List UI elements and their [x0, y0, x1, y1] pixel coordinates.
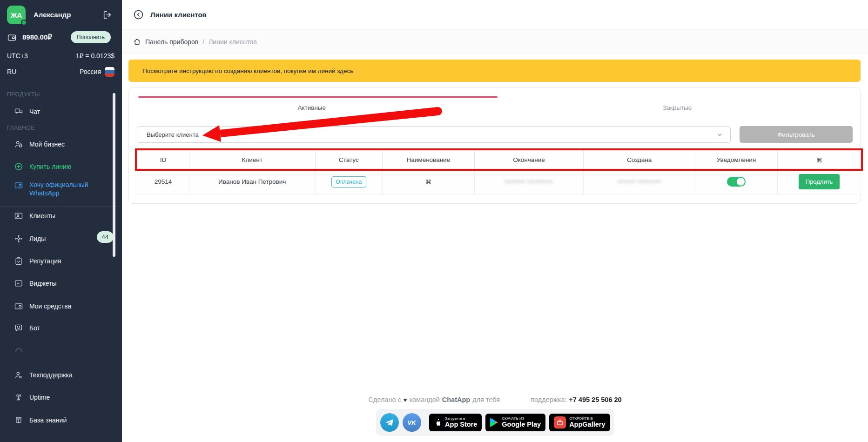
sidebar-item-official-whatsapp[interactable]: Хочу официальный WhatsApp	[14, 181, 114, 197]
telegram-icon[interactable]	[380, 413, 399, 432]
support-phone[interactable]: +7 495 25 506 20	[569, 396, 621, 403]
sidebar-item-reputation[interactable]: Репутация	[14, 255, 114, 267]
breadcrumb: Панель приборов / Линии клиентов	[122, 30, 868, 54]
app-store-badge[interactable]: Загрузите в App Store	[429, 414, 482, 431]
tab-closed-lines[interactable]: Закрытые	[495, 102, 861, 114]
google-play-icon	[490, 418, 498, 427]
app-gallery-name: AppGallery	[569, 421, 605, 429]
logout-button[interactable]	[102, 9, 114, 20]
balance-row: 8980.00₽ Пополнить	[7, 31, 114, 44]
antenna-icon	[14, 393, 23, 402]
book-icon	[14, 415, 23, 425]
google-play-badge[interactable]: СКАЧАТЬ ИЗ Google Play	[485, 414, 545, 431]
col-notifications: Уведомления	[695, 151, 777, 169]
cell-id: 29514	[137, 169, 189, 194]
breadcrumb-dashboard[interactable]: Панель приборов	[145, 38, 198, 46]
sidebar-item-chat[interactable]: Чат	[14, 106, 114, 117]
app-gallery-badge[interactable]: ОТКРОЙТЕ В AppGallery	[549, 414, 610, 431]
filter-row: Выберите клиента Фильтровать	[137, 126, 853, 143]
sidebar-item-clients[interactable]: Клиенты	[14, 210, 114, 221]
footer-made-line: Сделано с ♥ командой ChatApp для тебя по…	[122, 396, 868, 403]
logout-icon	[102, 10, 113, 20]
tab-active-lines[interactable]: Активные	[129, 102, 495, 114]
sidebar-item-label: Мои средства	[29, 302, 71, 310]
cell-notifications	[695, 169, 777, 194]
support-label: поддержка:	[531, 396, 566, 403]
made-with-text: Сделано с	[368, 396, 401, 403]
col-actions-icon: ⌘	[778, 151, 861, 169]
active-tab-indicator	[138, 96, 498, 98]
plus-circle-icon	[14, 162, 23, 171]
cell-name-symbol: ⌘	[383, 169, 474, 194]
vk-icon[interactable]: VK	[403, 413, 421, 432]
sidebar-item-label: Бот	[29, 324, 40, 332]
cell-action: Продлить	[778, 169, 861, 194]
social-bar: VK Загрузите в App Store СКАЧАТЬ ИЗ Goo	[376, 409, 614, 436]
sidebar-item-label: Чат	[29, 108, 40, 115]
brand-name: ChatApp	[442, 396, 470, 403]
sidebar-item-label: Репутация	[29, 257, 61, 265]
home-icon[interactable]	[133, 38, 141, 46]
notifications-toggle[interactable]	[727, 177, 746, 187]
language-row: RU Россия	[7, 67, 114, 76]
col-ending: Окончание	[474, 151, 584, 169]
sidebar-item-uptime[interactable]: Uptime	[14, 392, 114, 403]
toggle-knob	[737, 178, 745, 186]
chat-icon	[14, 107, 23, 116]
topup-button[interactable]: Пополнить	[71, 31, 111, 43]
leads-count-badge: 44	[97, 231, 114, 243]
user-name: Александр	[34, 11, 71, 19]
app-gallery-icon	[554, 416, 566, 429]
support-agent-icon	[14, 370, 23, 380]
client-select-placeholder: Выберите клиента	[147, 131, 199, 138]
sidebar-item-label: Купить линию	[29, 163, 71, 170]
app-gallery-caption: ОТКРОЙТЕ В	[569, 416, 605, 421]
person-lock-icon	[14, 140, 23, 149]
sidebar-item-label: База знаний	[29, 416, 67, 424]
cell-client: Иванов Иван Петрович	[189, 169, 315, 194]
avatar-initials: ЖА	[11, 11, 22, 19]
avatar[interactable]: ЖА	[7, 6, 26, 24]
google-play-name: Google Play	[502, 421, 541, 429]
russia-flag-icon[interactable]	[105, 67, 114, 77]
sidebar-item-buy-line[interactable]: Купить линию	[14, 161, 114, 172]
country-name: Россия	[80, 68, 101, 75]
cell-ending: •••••••• ••••••••••	[474, 169, 584, 194]
main-content: Линии клиентов Панель приборов / Линии к…	[122, 0, 868, 442]
extend-button[interactable]: Продлить	[799, 174, 840, 189]
language-code[interactable]: RU	[7, 68, 16, 75]
instruction-banner[interactable]: Посмотрите инструкцию по созданию клиент…	[128, 60, 861, 82]
team-text: командой	[410, 396, 440, 403]
sidebar-item-label: Клиенты	[29, 212, 55, 220]
sidebar-item-label: Виджеты	[29, 280, 57, 287]
filter-button[interactable]: Фильтровать	[740, 126, 853, 143]
back-arrow-icon	[133, 9, 144, 20]
sidebar-item-support[interactable]: Техподдержка	[14, 369, 114, 381]
sidebar-item-my-funds[interactable]: Мои средства	[14, 301, 114, 312]
table-header-row: ID Клиент Статус Наименование Окончание …	[137, 151, 861, 169]
wallet-icon	[14, 301, 23, 311]
section-title-main: ГЛАВНОЕ	[7, 125, 35, 131]
id-card-icon	[14, 211, 23, 221]
widget-icon	[14, 279, 23, 288]
cell-status: Оплачена	[315, 169, 383, 194]
sidebar-scrollbar[interactable]	[113, 93, 115, 257]
wallet-card-icon	[14, 181, 23, 190]
sidebar-item-widgets[interactable]: Виджеты	[14, 278, 114, 289]
sidebar-item-my-business[interactable]: Мой бизнес	[14, 139, 114, 150]
breadcrumb-separator: /	[202, 38, 204, 46]
for-you-text: для тебя	[472, 396, 500, 403]
wallet-icon	[7, 33, 17, 42]
sidebar-item-bot[interactable]: Бот	[14, 322, 114, 334]
redacted-created: ••••••• •••••••••	[618, 178, 661, 185]
sidebar-item-knowledge-base[interactable]: База знаний	[14, 415, 114, 426]
leads-network-icon	[14, 234, 23, 243]
sidebar-item-leads[interactable]: Лиды 44	[14, 233, 114, 244]
clipboard-check-icon	[14, 256, 23, 266]
back-button[interactable]	[133, 9, 144, 20]
tabs: Активные Закрытые	[129, 102, 860, 114]
page-title: Линии клиентов	[150, 11, 207, 19]
app-store-name: App Store	[445, 421, 477, 429]
status-badge: Оплачена	[331, 176, 366, 188]
client-select[interactable]: Выберите клиента	[137, 126, 731, 143]
